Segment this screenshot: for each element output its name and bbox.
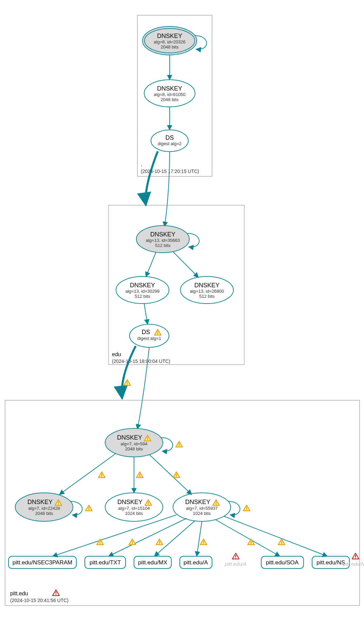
node-edu-zsk2[interactable]: DNSKEY alg=13, id=26800 512 bits: [180, 276, 233, 304]
warning-icon: [200, 539, 207, 545]
rr-a-insecure: pitt.edu/A: [225, 561, 246, 567]
rr-mx[interactable]: pitt.edu/MX: [134, 556, 171, 568]
svg-text:alg=7, id=22428: alg=7, id=22428: [28, 506, 60, 511]
node-root-ksk[interactable]: DNSKEY alg=8, id=20326 2048 bits: [142, 26, 197, 55]
warning-icon: [129, 539, 136, 545]
edge-eduksk-zsk2: [173, 252, 198, 277]
rr-soa[interactable]: pitt.edu/SOA: [261, 556, 304, 568]
svg-text:digest alg=2: digest alg=2: [158, 141, 181, 146]
svg-text:DNSKEY: DNSKEY: [157, 33, 182, 39]
svg-text:digest alg=1: digest alg=1: [137, 336, 161, 341]
svg-text:2048 bits: 2048 bits: [161, 44, 179, 50]
edge-zsk3-mx: [154, 521, 195, 556]
svg-text:DNSKEY: DNSKEY: [150, 231, 175, 238]
node-pitt-zsk3[interactable]: DNSKEY alg=7, id=55937 1024 bits: [173, 493, 231, 521]
svg-text:alg=7, id=15104: alg=7, id=15104: [118, 506, 150, 511]
svg-text:DNSKEY: DNSKEY: [185, 499, 210, 505]
svg-text:pitt.edu/NS: pitt.edu/NS: [317, 559, 345, 566]
node-pitt-ksk[interactable]: DNSKEY alg=7, id=594 2048 bits: [105, 428, 163, 457]
svg-text:pitt.edu/A: pitt.edu/A: [184, 559, 208, 566]
svg-text:pitt.edu/MX: pitt.edu/MX: [138, 559, 167, 566]
svg-text:2048 bits: 2048 bits: [35, 511, 53, 516]
edge-zsk3-a: [197, 521, 202, 556]
svg-text:alg=13, id=26800: alg=13, id=26800: [190, 289, 224, 294]
svg-text:DNSKEY: DNSKEY: [27, 499, 53, 505]
svg-text:alg=13, id=30299: alg=13, id=30299: [126, 289, 159, 294]
rr-nsec3param[interactable]: pitt.edu/NSEC3PARAM: [8, 556, 76, 568]
warning-icon: [136, 472, 143, 478]
rr-ns-insecure: pitt.edu/NS: [343, 561, 364, 567]
edge-eduksk-zsk1: [146, 252, 156, 277]
edge-ds-eduksk: [165, 152, 170, 227]
svg-text:alg=7, id=55937: alg=7, id=55937: [186, 506, 217, 511]
svg-text:2048 bits: 2048 bits: [161, 97, 179, 102]
node-edu-zsk1[interactable]: DNSKEY alg=13, id=30299 512 bits: [116, 276, 169, 304]
rr-txt[interactable]: pitt.edu/TXT: [85, 556, 126, 568]
warning-icon: [248, 539, 254, 545]
edge-ksk-zsk1: [59, 454, 115, 495]
svg-text:DNSKEY: DNSKEY: [117, 499, 142, 505]
svg-text:DS: DS: [165, 134, 174, 141]
edge-eduzsk1-ds: [144, 304, 148, 324]
svg-text:512 bits: 512 bits: [199, 294, 215, 299]
error-icon: [232, 553, 239, 559]
node-pitt-zsk1[interactable]: DNSKEY alg=7, id=22428 2048 bits: [15, 493, 73, 521]
zone-label-edu: edu: [112, 351, 121, 357]
zone-time-pitt: (2024-10-15 20:41:56 UTC): [10, 598, 69, 603]
edge-zsk3-nsec3: [53, 515, 176, 556]
zone-label-root: .: [141, 161, 142, 167]
error-icon: [53, 590, 59, 596]
warning-icon: [278, 539, 285, 545]
svg-text:pitt.edu/NSEC3PARAM: pitt.edu/NSEC3PARAM: [13, 559, 72, 566]
svg-text:DNSKEY: DNSKEY: [157, 85, 182, 92]
svg-text:alg=8, id=20326: alg=8, id=20326: [154, 39, 185, 44]
svg-text:512 bits: 512 bits: [155, 243, 171, 248]
warning-icon: [243, 505, 250, 511]
node-root-zsk[interactable]: DNSKEY alg=8, id=61050 2048 bits: [144, 80, 195, 107]
svg-text:pitt.edu/TXT: pitt.edu/TXT: [90, 559, 121, 566]
warning-icon: [98, 472, 105, 478]
node-edu-ds[interactable]: DS digest alg=1: [130, 324, 169, 347]
edge-deleg-edu-pitt: [122, 346, 136, 399]
warning-icon: [176, 441, 183, 447]
svg-text:2048 bits: 2048 bits: [125, 446, 143, 451]
zone-time-edu: (2024-10-15 18:00:04 UTC): [112, 359, 170, 364]
svg-text:1024 bits: 1024 bits: [193, 511, 211, 516]
svg-text:DS: DS: [141, 329, 150, 335]
svg-text:512 bits: 512 bits: [135, 294, 150, 299]
edge-ksk-zsk3: [149, 455, 192, 495]
svg-text:DNSKEY: DNSKEY: [117, 434, 142, 441]
svg-text:DNSKEY: DNSKEY: [194, 282, 219, 289]
edge-zsk3-txt: [109, 518, 187, 556]
zone-label-pitt: pitt.edu: [10, 591, 28, 596]
svg-text:alg=8, id=61050: alg=8, id=61050: [154, 92, 185, 97]
svg-text:pitt.edu/SOA: pitt.edu/SOA: [266, 559, 299, 566]
node-pitt-zsk2[interactable]: DNSKEY alg=7, id=15104 1024 bits: [105, 493, 163, 521]
svg-text:alg=13, id=35663: alg=13, id=35663: [146, 238, 180, 243]
svg-text:DNSKEY: DNSKEY: [130, 282, 155, 289]
warning-icon: [156, 539, 163, 545]
warning-icon: [85, 505, 92, 511]
node-edu-ksk[interactable]: DNSKEY alg=13, id=35663 512 bits: [136, 226, 189, 253]
error-icon: [352, 553, 359, 559]
svg-text:1024 bits: 1024 bits: [125, 511, 143, 516]
warning-icon: [173, 472, 180, 478]
svg-text:alg=7, id=594: alg=7, id=594: [121, 441, 148, 446]
edge-zsk3-ns: [224, 516, 327, 556]
rr-a[interactable]: pitt.edu/A: [180, 556, 212, 568]
node-root-ds[interactable]: DS digest alg=2: [151, 130, 188, 152]
warning-icon: [124, 380, 131, 386]
edge-deleg-root-edu: [146, 151, 158, 205]
